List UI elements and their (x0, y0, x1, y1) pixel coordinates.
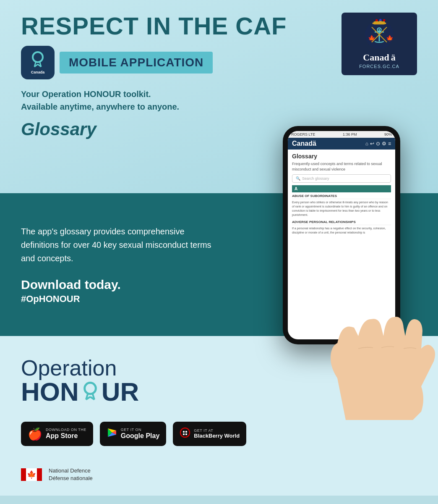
apple-icon: 🍎 (28, 427, 42, 441)
blackberry-badge[interactable]: Get it at BlackBerry World (173, 422, 246, 446)
home-icon: ⌂ (365, 141, 368, 147)
googleplay-icon (107, 427, 117, 441)
mid-text: The app's glossary provides comprehensiv… (21, 225, 222, 304)
phone-nav-icons: ⌂ ↩ ⊙ ⚙ ≡ (365, 141, 391, 147)
phone-letter-header: A (292, 185, 391, 192)
googleplay-big-label: Google Play (121, 432, 159, 440)
blackberry-big-label: BlackBerry World (194, 433, 240, 439)
main-title: RESPECT IN THE CAF (21, 13, 287, 39)
settings-icon: ⚙ (382, 141, 386, 147)
mid-section: The app's glossary provides comprehensiv… (0, 193, 438, 336)
dept-fr: Défense nationale (49, 475, 93, 482)
phone-definition-1: Every person who strikes or otherwise il… (292, 200, 391, 217)
mobile-app-label: MOBILE APPLICATION (60, 52, 213, 74)
googleplay-badge[interactable]: GET IT ON Google Play (100, 422, 166, 446)
honour-ribbon-icon (80, 381, 101, 402)
blackberry-text: Get it at BlackBerry World (194, 428, 240, 439)
appstore-badge[interactable]: 🍎 Download on the App Store (21, 422, 93, 446)
nd-footer: 🍁 National Defence Défense nationale (21, 463, 417, 482)
googleplay-small-label: GET IT ON (121, 428, 159, 432)
svg-point-10 (375, 19, 378, 21)
title-area: RESPECT IN THE CAF Canada MOBILE APPLIC (21, 13, 287, 139)
glossary-title: Glossary (21, 119, 287, 139)
forces-url: FORCES.GC.CA (350, 64, 409, 69)
appstore-big-label: App Store (46, 432, 86, 440)
back-icon: ↩ (370, 141, 374, 147)
svg-point-26 (180, 428, 190, 437)
phone-canada-logo: Canadä (292, 140, 316, 147)
svg-text:🍁: 🍁 (368, 34, 375, 42)
description-text: The app's glossary provides comprehensiv… (21, 225, 222, 265)
appstore-small-label: Download on the (46, 428, 86, 432)
svg-point-20 (84, 383, 96, 394)
svg-text:🍁: 🍁 (386, 34, 394, 42)
hand-illustration (304, 218, 438, 420)
phone-page-title: Glossary (292, 153, 391, 160)
svg-rect-30 (185, 433, 187, 435)
svg-rect-29 (183, 433, 185, 435)
svg-rect-28 (185, 431, 187, 433)
tagline: Your Operation HONOUR toolkit. Available… (21, 88, 287, 113)
svg-point-12 (383, 19, 385, 21)
store-badges: 🍎 Download on the App Store GET IT ON (21, 422, 417, 446)
dept-en: National Defence (49, 467, 93, 475)
download-cta: Download today. (21, 278, 222, 292)
svg-rect-27 (183, 431, 185, 433)
nd-text: National Defence Défense nationale (49, 467, 93, 482)
phone-search-icon: 🔍 (296, 176, 300, 181)
app-badge-row: Canada MOBILE APPLICATION (21, 46, 287, 79)
maple-leaf-icon: 🍁 (27, 470, 36, 479)
appstore-text: Download on the App Store (46, 428, 86, 440)
hashtag: #OpHONOUR (21, 294, 222, 304)
phone-status-bar: ROGERS LTE 1:36 PM 90% (288, 131, 395, 138)
military-crest-icon: 🍁 🍁 (360, 19, 398, 50)
app-icon-canada-text: Canada (31, 70, 45, 74)
phone-hand-wrapper: ROGERS LTE 1:36 PM 90% Canadä ⌂ ↩ ⊙ ⚙ ≡ (270, 126, 438, 420)
phone-container: ROGERS LTE 1:36 PM 90% Canadä ⌂ ↩ ⊙ ⚙ ≡ (270, 126, 438, 420)
phone-nav-bar: Canadä ⌂ ↩ ⊙ ⚙ ≡ (288, 138, 395, 150)
phone-search-bar[interactable]: 🔍 Search glossary (292, 174, 391, 183)
ribbon-icon (30, 51, 45, 69)
canada-flag-icon: 🍁 (21, 468, 42, 481)
search-icon: ⊙ (376, 141, 380, 147)
canada-forces-badge: 🍁 🍁 Canad ä FORCES.GC.CA (342, 13, 417, 75)
phone-page-subtitle: Frequently-used concepts and terms relat… (292, 161, 391, 172)
svg-point-0 (33, 52, 43, 62)
googleplay-text: GET IT ON Google Play (121, 428, 159, 440)
blackberry-icon (180, 427, 190, 441)
canada-wordmark: Canad (363, 52, 389, 63)
app-label-text: MOBILE APPLICATION (69, 56, 203, 69)
app-icon: Canada (21, 46, 55, 79)
blackberry-small-label: Get it at (194, 428, 240, 433)
menu-icon: ≡ (388, 141, 391, 147)
phone-term-1: ABUSE OF SUBORDINATES (292, 194, 391, 199)
